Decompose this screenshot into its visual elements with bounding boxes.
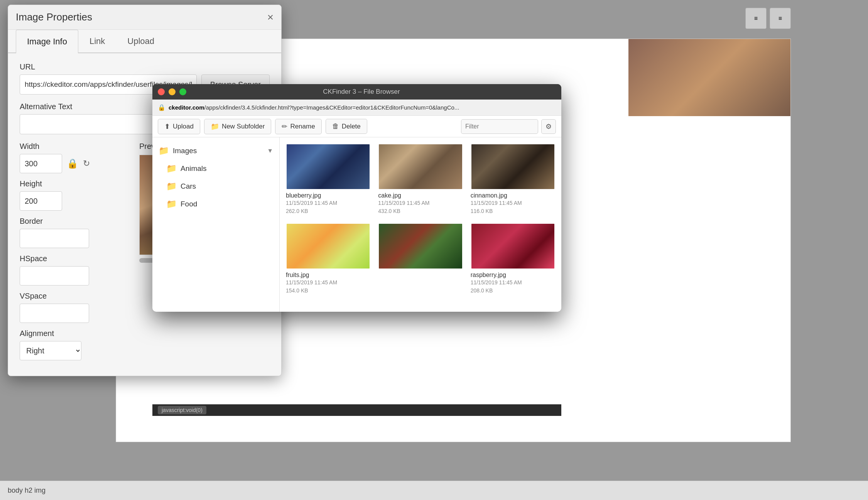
ckfinder-window: CKFinder 3 – File Browser 🔒 ckeditor.com… xyxy=(152,84,561,312)
toolbar-button-1[interactable]: ≡ xyxy=(745,8,767,29)
file-item-cinnamon[interactable]: cinnamon.jpg 11/15/2019 11:45 AM116.0 KB xyxy=(471,144,555,215)
folder-root-icon: 📁 xyxy=(159,146,169,156)
folder-root-images[interactable]: 📁 Images ▼ xyxy=(152,142,279,160)
alignment-label: Alignment xyxy=(20,329,128,338)
height-group: Height xyxy=(20,179,128,211)
alignment-select[interactable]: Not Set Left Right Center xyxy=(20,341,81,360)
blueberry-image xyxy=(287,144,370,189)
tab-upload[interactable]: Upload xyxy=(116,30,165,52)
url-label: URL xyxy=(20,62,270,71)
delete-icon: 🗑 xyxy=(332,122,339,130)
statusbar-js-text: javascript:void(0) xyxy=(158,406,206,414)
delete-label: Delete xyxy=(342,123,361,130)
ckfinder-addressbar: 🔒 ckeditor.com/apps/ckfinder/3.4.5/ckfin… xyxy=(152,100,561,116)
cinnamon-image xyxy=(471,144,554,189)
rename-button[interactable]: ✏ Rename xyxy=(275,119,321,134)
folder-item-food[interactable]: 📁 Food xyxy=(152,195,279,213)
folder-animals-icon: 📁 xyxy=(166,164,177,174)
chevron-down-icon: ▼ xyxy=(267,147,273,154)
file-thumb-onion xyxy=(378,223,463,269)
folder-food-label: Food xyxy=(181,200,197,208)
address-path: /apps/ckfinder/3.4.5/ckfinder.html?type=… xyxy=(204,104,459,111)
file-item-cake[interactable]: cake.jpg 11/15/2019 11:45 AM432.0 KB xyxy=(378,144,463,215)
left-properties: Width 🔒 ↻ Height Border HSpace xyxy=(20,142,128,367)
file-thumb-cake xyxy=(378,144,463,190)
upload-button[interactable]: ⬆ Upload xyxy=(158,119,200,134)
dialog-close-button[interactable]: × xyxy=(267,12,274,23)
cake-image xyxy=(379,144,462,189)
border-group: Border xyxy=(20,217,128,248)
address-domain: ckeditor.com xyxy=(169,104,204,111)
dialog-title: Image Properties xyxy=(16,11,92,23)
new-subfolder-label: New Subfolder xyxy=(222,123,265,130)
ckfinder-toolbar: ⬆ Upload 📁 New Subfolder ✏ Rename 🗑 Dele… xyxy=(152,116,561,137)
hspace-input[interactable] xyxy=(20,266,89,285)
new-subfolder-icon: 📁 xyxy=(211,122,219,131)
settings-icon: ⚙ xyxy=(545,122,552,131)
file-item-raspberry[interactable]: raspberry.jpg 11/15/2019 11:45 AM208.0 K… xyxy=(471,223,555,295)
lock-icon: 🔒 xyxy=(67,158,78,169)
ckfinder-body: 📁 Images ▼ 📁 Animals 📁 Cars 📁 Food xyxy=(152,137,561,312)
vspace-input[interactable] xyxy=(20,304,89,323)
filter-area: ⚙ xyxy=(461,119,556,134)
tab-image-info[interactable]: Image Info xyxy=(16,30,78,53)
refresh-icon[interactable]: ↻ xyxy=(83,159,90,169)
folder-item-cars[interactable]: 📁 Cars xyxy=(152,177,279,195)
width-input[interactable] xyxy=(20,154,62,173)
ckfinder-titlebar: CKFinder 3 – File Browser xyxy=(152,84,561,100)
fruits-image xyxy=(287,224,370,269)
file-meta-raspberry: 11/15/2019 11:45 AM208.0 KB xyxy=(471,279,555,295)
folder-root-label: Images xyxy=(173,147,197,155)
upload-label: Upload xyxy=(173,123,194,130)
folder-animals-label: Animals xyxy=(181,164,207,173)
folder-root-left: 📁 Images xyxy=(159,146,197,156)
ckfinder-sidebar: 📁 Images ▼ 📁 Animals 📁 Cars 📁 Food xyxy=(152,137,280,312)
hspace-group: HSpace xyxy=(20,254,128,285)
new-subfolder-button[interactable]: 📁 New Subfolder xyxy=(204,119,272,134)
folder-cars-icon: 📁 xyxy=(166,181,177,191)
ckfinder-window-title: CKFinder 3 – File Browser xyxy=(167,88,556,96)
file-item-blueberry[interactable]: blueberry.jpg 11/15/2019 11:45 AM262.0 K… xyxy=(286,144,370,215)
editor-food-image xyxy=(628,39,790,116)
ckfinder-statusbar: javascript:void(0) xyxy=(152,404,561,416)
height-input[interactable] xyxy=(20,191,62,211)
file-item-onion[interactable] xyxy=(378,223,463,295)
close-traffic-light[interactable] xyxy=(158,88,165,95)
file-name-blueberry: blueberry.jpg xyxy=(286,192,370,199)
dialog-tabs: Image Info Link Upload xyxy=(8,30,281,53)
file-item-fruits[interactable]: fruits.jpg 11/15/2019 11:45 AM154.0 KB xyxy=(286,223,370,295)
editor-bottom-bar: body h2 img xyxy=(0,481,868,500)
folder-food-icon: 📁 xyxy=(166,199,177,209)
file-name-cake: cake.jpg xyxy=(378,192,463,199)
file-meta-blueberry: 11/15/2019 11:45 AM262.0 KB xyxy=(286,199,370,215)
settings-button[interactable]: ⚙ xyxy=(541,119,556,134)
file-name-raspberry: raspberry.jpg xyxy=(471,272,555,279)
border-input[interactable] xyxy=(20,229,89,248)
align-right-icon: ≡ xyxy=(778,15,782,22)
file-thumb-raspberry xyxy=(471,223,555,269)
address-lock-icon: 🔒 xyxy=(158,104,165,111)
vspace-group: VSpace xyxy=(20,292,128,323)
tab-link[interactable]: Link xyxy=(78,30,116,52)
ckfinder-main: blueberry.jpg 11/15/2019 11:45 AM262.0 K… xyxy=(280,137,561,312)
editor-toolbar: ≡ ≡ xyxy=(745,8,791,29)
width-group: Width 🔒 ↻ xyxy=(20,142,128,173)
toolbar-button-2[interactable]: ≡ xyxy=(770,8,791,29)
delete-button[interactable]: 🗑 Delete xyxy=(326,119,367,134)
height-label: Height xyxy=(20,179,128,188)
food-image-placeholder xyxy=(628,39,790,116)
file-thumb-fruits xyxy=(286,223,370,269)
alignment-group: Alignment Not Set Left Right Center xyxy=(20,329,128,360)
border-label: Border xyxy=(20,217,128,226)
file-meta-cinnamon: 11/15/2019 11:45 AM116.0 KB xyxy=(471,199,555,215)
onion-image xyxy=(379,224,462,269)
width-label: Width xyxy=(20,142,128,151)
breadcrumb: body h2 img xyxy=(8,486,46,495)
rename-label: Rename xyxy=(290,123,315,130)
folder-item-animals[interactable]: 📁 Animals xyxy=(152,160,279,177)
width-input-row: 🔒 ↻ xyxy=(20,154,128,173)
rename-icon: ✏ xyxy=(282,122,287,131)
file-thumb-blueberry xyxy=(286,144,370,190)
filter-input[interactable] xyxy=(461,119,538,134)
upload-icon: ⬆ xyxy=(164,122,170,131)
